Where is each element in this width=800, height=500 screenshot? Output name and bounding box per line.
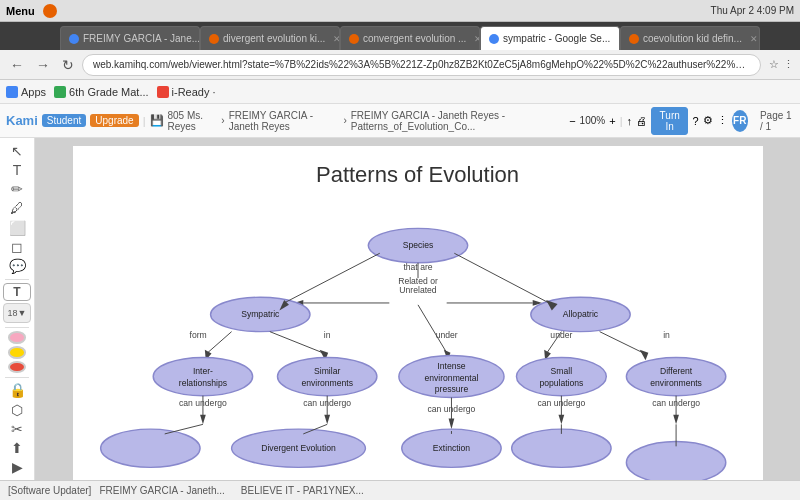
tab-label-4: sympatric - Google Se... bbox=[503, 33, 610, 44]
bookmark-grade[interactable]: 6th Grade Mat... bbox=[54, 86, 148, 98]
svg-marker-55 bbox=[200, 415, 206, 425]
main-content: Patterns of Evolution Species that are R… bbox=[35, 138, 800, 480]
address-bar[interactable]: web.kamihq.com/web/viewer.html?state=%7B… bbox=[82, 54, 761, 76]
sidebar-cursor-icon[interactable]: ↖ bbox=[3, 142, 31, 159]
page-info: Page 1 / 1 bbox=[760, 110, 794, 132]
map-title: Patterns of Evolution bbox=[93, 162, 743, 188]
tab-divergent[interactable]: divergent evolution ki... ✕ bbox=[200, 26, 340, 50]
color-picker-yellow[interactable] bbox=[8, 346, 26, 359]
apps-icon bbox=[6, 86, 18, 98]
sidebar-divider-2 bbox=[5, 327, 29, 328]
tabs-bar: FREIMY GARCIA - Jane... ✕ divergent evol… bbox=[0, 22, 800, 50]
sidebar-highlight-icon[interactable]: ✏ bbox=[3, 180, 31, 197]
svg-line-25 bbox=[269, 332, 322, 353]
tab-convergent[interactable]: convergent evolution ... ✕ bbox=[340, 26, 480, 50]
sidebar-pen-icon[interactable]: 🖊 bbox=[3, 200, 31, 217]
print-icon[interactable]: 🖨 bbox=[636, 115, 647, 127]
pdf-page: Patterns of Evolution Species that are R… bbox=[73, 146, 763, 480]
svg-marker-59 bbox=[448, 419, 454, 430]
address-text: web.kamihq.com/web/viewer.html?state=%7B… bbox=[93, 59, 750, 70]
turn-in-button[interactable]: Turn In bbox=[651, 107, 688, 135]
svg-line-16 bbox=[454, 253, 549, 303]
nav-bar: ← → ↻ web.kamihq.com/web/viewer.html?sta… bbox=[0, 50, 800, 80]
tab-favicon-4 bbox=[489, 34, 499, 44]
star-icon[interactable]: ☆ bbox=[769, 58, 779, 71]
sidebar-upload-icon[interactable]: ⬆ bbox=[3, 440, 31, 457]
svg-text:Species: Species bbox=[402, 240, 433, 250]
zoom-level: 100% bbox=[580, 115, 606, 126]
color-picker-red[interactable] bbox=[8, 361, 26, 374]
reload-button[interactable]: ↻ bbox=[58, 55, 78, 75]
svg-text:Intense: Intense bbox=[437, 361, 465, 371]
svg-text:under: under bbox=[435, 330, 457, 340]
sidebar-shape-icon[interactable]: ◻ bbox=[3, 238, 31, 255]
iready-icon bbox=[157, 86, 169, 98]
sidebar-expand-icon[interactable]: ▶ bbox=[3, 459, 31, 476]
svg-point-36 bbox=[277, 357, 376, 395]
tab-label-2: divergent evolution ki... bbox=[223, 33, 325, 44]
zoom-in-icon[interactable]: + bbox=[609, 115, 615, 127]
tab-label-1: FREIMY GARCIA - Jane... bbox=[83, 33, 200, 44]
svg-text:pressure: pressure bbox=[434, 384, 468, 394]
sidebar-divider-3 bbox=[5, 377, 29, 378]
tab-close-5[interactable]: ✕ bbox=[750, 34, 758, 44]
svg-point-33 bbox=[153, 357, 252, 395]
sidebar-text-field-icon[interactable]: T bbox=[3, 283, 31, 301]
back-button[interactable]: ← bbox=[6, 55, 28, 75]
tab-coevolution[interactable]: coevolution kid defin... ✕ bbox=[620, 26, 760, 50]
tab-label-3: convergent evolution ... bbox=[363, 33, 466, 44]
bookmarks-bar: Apps 6th Grade Mat... i-Ready · bbox=[0, 80, 800, 104]
svg-point-43 bbox=[516, 357, 606, 395]
tab-favicon-5 bbox=[629, 34, 639, 44]
more-icon[interactable]: ⋮ bbox=[717, 114, 728, 127]
zoom-out-icon[interactable]: − bbox=[569, 115, 575, 127]
help-icon[interactable]: ? bbox=[692, 115, 698, 127]
svg-text:environments: environments bbox=[301, 378, 353, 388]
tab-freimy[interactable]: FREIMY GARCIA - Jane... ✕ bbox=[60, 26, 200, 50]
kami-save-icon[interactable]: 💾 bbox=[150, 114, 164, 127]
svg-text:Related or: Related or bbox=[398, 276, 438, 286]
os-time: Thu Apr 2 4:09 PM bbox=[711, 5, 794, 16]
tab-sympatric[interactable]: sympatric - Google Se... ✕ bbox=[480, 26, 620, 50]
settings-icon[interactable]: ⚙ bbox=[703, 114, 713, 127]
sidebar-size-control[interactable]: 18▼ bbox=[3, 303, 31, 323]
menu-label[interactable]: Menu bbox=[6, 5, 35, 17]
svg-line-71 bbox=[164, 424, 202, 434]
svg-text:Different: Different bbox=[659, 366, 692, 376]
sidebar-stamp-icon[interactable]: ⬡ bbox=[3, 401, 31, 418]
svg-marker-61 bbox=[558, 415, 564, 425]
sidebar-divider-1 bbox=[5, 279, 29, 280]
svg-line-23 bbox=[207, 332, 231, 353]
svg-marker-63 bbox=[673, 415, 679, 425]
bookmark-iready[interactable]: i-Ready · bbox=[157, 86, 216, 98]
svg-text:Inter-: Inter- bbox=[192, 366, 212, 376]
bookmark-apps[interactable]: Apps bbox=[6, 86, 46, 98]
forward-button[interactable]: → bbox=[32, 55, 54, 75]
user-avatar[interactable]: FR bbox=[732, 110, 748, 132]
svg-text:in: in bbox=[323, 330, 330, 340]
concept-map: Patterns of Evolution Species that are R… bbox=[93, 162, 743, 480]
bookmark-grade-label: 6th Grade Mat... bbox=[69, 86, 148, 98]
status-tab1: FREIMY GARCIA - Janeth... bbox=[99, 485, 224, 496]
sidebar-lock-icon[interactable]: 🔒 bbox=[3, 382, 31, 399]
kami-upgrade-badge[interactable]: Upgrade bbox=[90, 114, 138, 127]
menu-dots-icon[interactable]: ⋮ bbox=[783, 58, 794, 71]
status-bar: [Software Updater] FREIMY GARCIA - Janet… bbox=[0, 480, 800, 500]
svg-text:environments: environments bbox=[650, 378, 702, 388]
kami-breadcrumb-3: FREIMY GARCIA - Janeth Reyes - Patterns_… bbox=[351, 110, 561, 132]
kami-breadcrumb-2: FREIMY GARCIA - Janeth Reyes bbox=[229, 110, 340, 132]
color-picker-pink[interactable] bbox=[8, 331, 26, 344]
sidebar-crop-icon[interactable]: ✂ bbox=[3, 420, 31, 437]
sidebar-comment-icon[interactable]: 💬 bbox=[3, 257, 31, 274]
sidebar-text-icon[interactable]: T bbox=[3, 161, 31, 178]
share-icon[interactable]: ↑ bbox=[626, 115, 632, 127]
sidebar-eraser-icon[interactable]: ⬜ bbox=[3, 219, 31, 236]
svg-marker-30 bbox=[639, 350, 648, 361]
svg-point-69 bbox=[511, 429, 610, 467]
svg-text:Unrelated: Unrelated bbox=[399, 285, 436, 295]
concept-map-svg: Species that are Related or Unrelated Sy… bbox=[93, 202, 743, 480]
tab-close-2[interactable]: ✕ bbox=[333, 34, 340, 44]
svg-text:environmental: environmental bbox=[424, 373, 478, 383]
svg-text:relationships: relationships bbox=[178, 378, 226, 388]
svg-point-46 bbox=[626, 357, 725, 395]
